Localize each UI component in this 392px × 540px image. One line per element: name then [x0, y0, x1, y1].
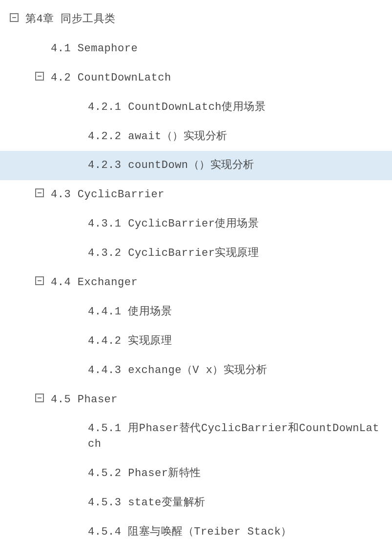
collapse-icon[interactable] — [35, 276, 44, 285]
toc-item-label: 4.2.3 countDown（）实现分析 — [88, 158, 392, 173]
toc-item[interactable]: 4.3.2 CyclicBarrier实现原理 — [0, 239, 392, 268]
collapse-icon[interactable] — [10, 13, 19, 22]
toc-item-label: 4.4.2 实现原理 — [88, 333, 392, 349]
toggle-spacer — [35, 41, 44, 50]
toc-item[interactable]: 4.4.2 实现原理 — [0, 327, 392, 356]
toc-item[interactable]: 4.2.2 await（）实现分析 — [0, 122, 392, 151]
collapse-icon[interactable] — [35, 188, 44, 197]
toc-item-label: 4.1 Semaphore — [51, 41, 392, 57]
toc-item[interactable]: 4.5.2 Phaser新特性 — [0, 459, 392, 488]
toc-item-label: 4.4 Exchanger — [51, 275, 392, 291]
toc-item-label: 4.5 Phaser — [51, 392, 392, 408]
toc-item[interactable]: 4.4.1 使用场景 — [0, 297, 392, 327]
toc-item[interactable]: 4.5.4 阻塞与唤醒（Treiber Stack） — [0, 518, 392, 540]
collapse-icon[interactable] — [35, 394, 44, 402]
toc-item[interactable]: 4.4 Exchanger — [0, 268, 392, 297]
collapse-icon[interactable] — [35, 72, 44, 81]
toc-item-label: 4.5.1 用Phaser替代CyclicBarrier和CountDownLa… — [88, 421, 392, 452]
toc-item-label: 4.2.1 CountDownLatch使用场景 — [88, 100, 392, 115]
toc-item-label: 4.5.4 阻塞与唤醒（Treiber Stack） — [88, 524, 392, 540]
toc-item-label: 4.3 CyclicBarrier — [51, 187, 392, 203]
toc-item[interactable]: 4.1 Semaphore — [0, 34, 392, 63]
toc-item[interactable]: 4.2 CountDownLatch — [0, 63, 392, 93]
toc-item[interactable]: 4.3.1 CyclicBarrier使用场景 — [0, 209, 392, 239]
toc-item[interactable]: 4.5 Phaser — [0, 385, 392, 415]
toc-item-label: 4.4.3 exchange（V x）实现分析 — [88, 363, 392, 378]
toc-item-label: 4.5.2 Phaser新特性 — [88, 466, 392, 481]
toc-tree: 第4章 同步工具类4.1 Semaphore4.2 CountDownLatch… — [0, 0, 392, 540]
toc-item-label: 4.3.1 CyclicBarrier使用场景 — [88, 216, 392, 232]
toc-item-label: 第4章 同步工具类 — [25, 12, 392, 27]
toc-item[interactable]: 4.3 CyclicBarrier — [0, 180, 392, 209]
toc-item-label: 4.3.2 CyclicBarrier实现原理 — [88, 246, 392, 261]
toc-item[interactable]: 4.2.3 countDown（）实现分析 — [0, 151, 392, 180]
toc-item-label: 4.2 CountDownLatch — [51, 70, 392, 86]
toc-item[interactable]: 4.5.3 state变量解析 — [0, 488, 392, 518]
toc-item[interactable]: 第4章 同步工具类 — [0, 5, 392, 34]
toc-item-label: 4.2.2 await（）实现分析 — [88, 129, 392, 145]
toc-item[interactable]: 4.2.1 CountDownLatch使用场景 — [0, 93, 392, 122]
toc-item-label: 4.4.1 使用场景 — [88, 304, 392, 320]
toc-item[interactable]: 4.5.1 用Phaser替代CyclicBarrier和CountDownLa… — [0, 414, 392, 459]
toc-item-label: 4.5.3 state变量解析 — [88, 495, 392, 511]
toc-item[interactable]: 4.4.3 exchange（V x）实现分析 — [0, 356, 392, 385]
